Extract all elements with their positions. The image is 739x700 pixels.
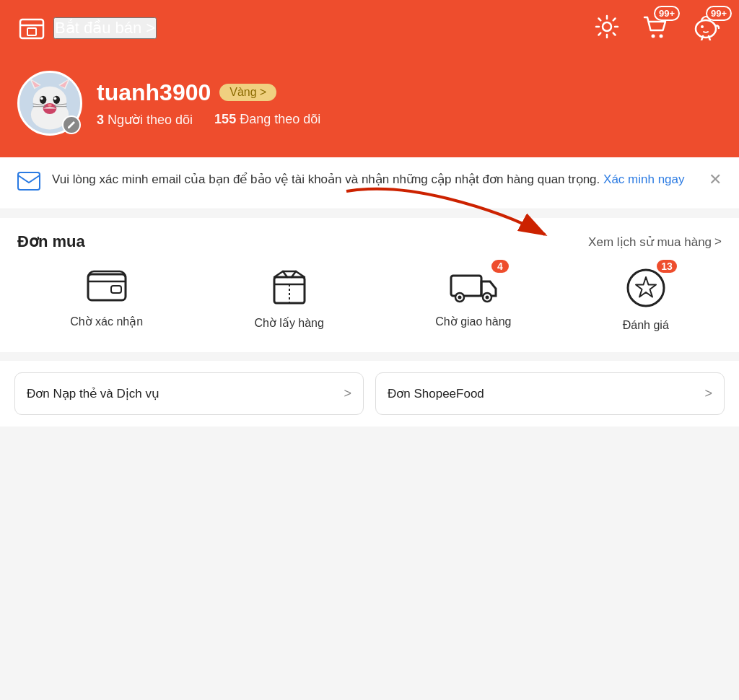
- piggy-button[interactable]: 99+: [690, 13, 722, 43]
- star-circle-icon: [625, 267, 667, 309]
- svg-point-16: [40, 96, 46, 104]
- box-icon: [270, 267, 309, 306]
- order-cho-giao-hang[interactable]: 4 Chờ giao hàng: [435, 267, 511, 332]
- avatar-wrapper: [17, 71, 82, 136]
- svg-point-18: [40, 97, 43, 100]
- svg-rect-1: [27, 28, 36, 35]
- username-row: tuanh3900 Vàng >: [97, 79, 320, 106]
- don-shopeefood-button[interactable]: Đơn ShopeeFood >: [375, 372, 725, 415]
- svg-rect-29: [111, 286, 121, 293]
- svg-point-40: [628, 270, 664, 306]
- don-mua-section: Đơn mua Xem lịch sử mua hàng >: [0, 218, 739, 352]
- arrow-annotation: [332, 177, 563, 256]
- cart-button[interactable]: 99+: [641, 13, 670, 43]
- don-mua-header: Đơn mua Xem lịch sử mua hàng >: [0, 218, 739, 260]
- svg-point-38: [458, 296, 461, 299]
- close-notification-button[interactable]: ✕: [709, 170, 722, 189]
- vang-badge[interactable]: Vàng >: [219, 84, 276, 101]
- bottom-buttons: Đơn Nạp thẻ và Dịch vụ > Đơn ShopeeFood …: [0, 361, 739, 426]
- followers-row: 3 Người theo dõi 155 Đang theo dõi: [97, 112, 320, 128]
- cho-xac-nhan-icon-wrapper: [85, 267, 128, 307]
- svg-point-19: [54, 97, 57, 100]
- wallet-icon: [85, 267, 128, 305]
- svg-rect-26: [18, 172, 40, 190]
- cart-badge: 99+: [654, 6, 680, 21]
- header-right: 99+ 99+: [593, 13, 722, 43]
- email-icon: [17, 172, 40, 196]
- shop-icon: [17, 14, 46, 43]
- svg-rect-35: [451, 276, 481, 296]
- giao-hang-badge: 4: [491, 260, 509, 273]
- header-left: Bắt đầu bán >: [17, 14, 157, 43]
- svg-point-25: [48, 104, 52, 107]
- svg-point-2: [603, 22, 611, 31]
- cho-lay-hang-icon-wrapper: [270, 267, 309, 309]
- history-link[interactable]: Xem lịch sử mua hàng >: [588, 235, 722, 250]
- order-danh-gia[interactable]: 13 Đánh giá: [623, 267, 669, 332]
- danh-gia-icon-wrapper: 13: [625, 267, 667, 312]
- followers-count: 3 Người theo dõi: [97, 112, 193, 128]
- piggy-badge: 99+: [706, 6, 732, 21]
- truck-icon: [448, 267, 499, 305]
- profile-section: tuanh3900 Vàng > 3 Người theo dõi 155 Đa…: [0, 56, 739, 157]
- svg-point-3: [652, 35, 655, 38]
- edit-avatar-button[interactable]: [62, 115, 81, 134]
- svg-point-4: [660, 35, 663, 38]
- svg-point-39: [485, 296, 489, 299]
- start-sell-button[interactable]: Bắt đầu bán >: [53, 17, 157, 39]
- svg-rect-28: [88, 274, 126, 300]
- verify-link[interactable]: Xác minh ngay: [603, 172, 684, 186]
- svg-point-17: [53, 96, 60, 104]
- cho-giao-hang-icon-wrapper: 4: [448, 267, 499, 307]
- svg-point-6: [701, 25, 704, 28]
- settings-button[interactable]: [593, 13, 621, 43]
- order-icons-row: Chờ xác nhận Chờ lấy hàng: [0, 260, 739, 352]
- following-count: 155 Đang theo dõi: [214, 112, 320, 128]
- danh-gia-badge: 13: [657, 260, 677, 273]
- username: tuanh3900: [97, 79, 211, 106]
- profile-info: tuanh3900 Vàng > 3 Người theo dõi 155 Đa…: [97, 79, 320, 128]
- header: Bắt đầu bán > 99+: [0, 0, 739, 56]
- svg-point-5: [696, 20, 716, 38]
- don-nap-the-button[interactable]: Đơn Nạp thẻ và Dịch vụ >: [14, 372, 364, 415]
- order-cho-xac-nhan[interactable]: Chờ xác nhận: [70, 267, 143, 332]
- don-mua-title: Đơn mua: [17, 232, 85, 251]
- order-cho-lay-hang[interactable]: Chờ lấy hàng: [254, 267, 324, 332]
